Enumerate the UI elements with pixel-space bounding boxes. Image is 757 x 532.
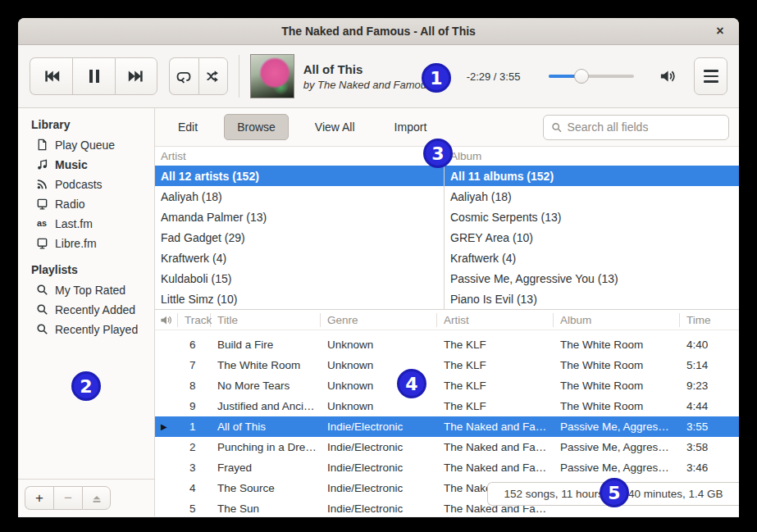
cell-artist: The KLF: [437, 400, 554, 412]
album-row[interactable]: GREY Area (10): [445, 227, 739, 248]
album-row[interactable]: Piano Is Evil (13): [445, 289, 739, 309]
toolbar-button-import[interactable]: Import: [381, 114, 440, 140]
app-body: Library Play Queue Music Podc: [18, 108, 739, 516]
track-row[interactable]: 7 The White Room Unknown The KLF The Whi…: [155, 355, 739, 375]
cell-title: The White Room: [211, 359, 321, 371]
sidebar: Library Play Queue Music Podc: [18, 108, 155, 516]
add-playlist-button[interactable]: +: [25, 486, 53, 510]
column-header-artist[interactable]: Artist: [437, 313, 554, 327]
cell-artist: The Naked and Fa…: [437, 421, 554, 433]
pause-icon: [88, 69, 101, 84]
album-row[interactable]: Kraftwerk (4): [445, 248, 739, 268]
artist-row[interactable]: Kuldaboli (15): [155, 268, 444, 289]
album-row[interactable]: Cosmic Serpents (13): [445, 207, 739, 227]
cell-track: 9: [178, 400, 211, 412]
artist-row[interactable]: Fad Gadget (29): [155, 227, 444, 248]
column-header-album[interactable]: Album: [554, 313, 680, 327]
next-button[interactable]: [115, 57, 157, 95]
toolbar-button-view-all[interactable]: View All: [302, 114, 368, 140]
cell-genre: Unknown: [321, 400, 437, 412]
cell-time: 4:40: [680, 339, 739, 351]
cell-title: Justified and Anci…: [211, 400, 321, 412]
sidebar-item[interactable]: Music: [18, 155, 154, 175]
sidebar-item-label: Recently Added: [55, 303, 135, 316]
sidebar-item[interactable]: Podcasts: [18, 175, 154, 194]
artist-row[interactable]: Amanda Palmer (13): [155, 207, 444, 227]
artist-pane: Artist All 12 artists (152)Aaliyah (18)A…: [155, 147, 445, 309]
cell-genre: Indie/Electronic: [321, 441, 437, 453]
artist-row[interactable]: All 12 artists (152): [155, 166, 444, 186]
column-header-track[interactable]: Track: [178, 313, 211, 327]
track-row[interactable]: ▶ 1 All of This Indie/Electronic The Nak…: [155, 416, 739, 437]
sidebar-item[interactable]: Libre.fm: [18, 234, 154, 253]
cell-track: 7: [178, 359, 211, 371]
sidebar-item-label: Music: [55, 158, 88, 171]
search-input[interactable]: [568, 120, 721, 134]
album-row[interactable]: All 11 albums (152): [445, 166, 739, 186]
artist-row[interactable]: Little Simz (10): [155, 289, 444, 309]
annotation-marker-1: 1: [422, 63, 451, 93]
album-row[interactable]: Aaliyah (18): [445, 186, 739, 207]
sidebar-item[interactable]: Radio: [18, 194, 154, 214]
speaker-icon[interactable]: [659, 68, 676, 84]
sidebar-item[interactable]: as Last.fm: [18, 214, 154, 234]
track-row[interactable]: 8 No More Tears Unknown The KLF The Whit…: [155, 375, 739, 396]
shuffle-button[interactable]: [198, 57, 228, 95]
eject-button[interactable]: [82, 486, 111, 510]
sidebar-header-library: Library: [18, 108, 154, 135]
cell-time: 3:46: [680, 462, 739, 474]
cell-title: No More Tears: [211, 380, 321, 392]
playing-column-header[interactable]: [155, 313, 178, 327]
album-pane: Album All 11 albums (152)Aaliyah (18)Cos…: [445, 147, 739, 309]
artist-row[interactable]: Aaliyah (18): [155, 186, 444, 207]
cell-genre: Unknown: [321, 339, 437, 351]
album-list: All 11 albums (152)Aaliyah (18)Cosmic Se…: [445, 166, 739, 309]
cell-album: The White Room: [554, 359, 680, 371]
rss-icon: [36, 178, 49, 191]
album-column-header[interactable]: Album: [445, 147, 739, 166]
previous-button[interactable]: [30, 57, 72, 95]
cell-track: 4: [178, 482, 211, 494]
toolbar-button-browse[interactable]: Browse: [224, 114, 289, 140]
search-box[interactable]: [543, 115, 729, 140]
volume-slider[interactable]: [549, 69, 634, 84]
sidebar-item-label: Recently Played: [55, 323, 138, 336]
column-header-time[interactable]: Time: [680, 313, 739, 327]
artist-row[interactable]: Kraftwerk (4): [155, 248, 444, 268]
sidebar-item[interactable]: Recently Played: [18, 320, 154, 339]
sidebar-header-playlists: Playlists: [18, 253, 154, 280]
annotation-marker-3: 3: [423, 139, 453, 168]
cell-genre: Unknown: [321, 359, 437, 371]
cell-track: 1: [178, 421, 211, 433]
cell-album: Passive Me, Aggres…: [554, 462, 680, 474]
track-row[interactable]: 6 Build a Fire Unknown The KLF The White…: [155, 334, 739, 355]
titlebar[interactable]: The Naked and Famous - All of This ×: [18, 18, 739, 45]
sidebar-item-label: Libre.fm: [55, 237, 97, 250]
repeat-button[interactable]: [169, 57, 198, 95]
volume-handle[interactable]: [574, 69, 589, 84]
sidebar-item[interactable]: Recently Added: [18, 300, 154, 320]
library-browser: Artist All 12 artists (152)Aaliyah (18)A…: [155, 147, 739, 310]
sidebar-item[interactable]: Play Queue: [18, 135, 154, 155]
library-toolbar-buttons: EditBrowseView AllImport: [165, 114, 453, 140]
track-row[interactable]: 3 Frayed Indie/Electronic The Naked and …: [155, 457, 739, 478]
column-header-title[interactable]: Title: [211, 313, 321, 327]
sidebar-item-label: Play Queue: [55, 139, 115, 152]
track-row[interactable]: 2 Punching in a Dre… Indie/Electronic Th…: [155, 437, 739, 457]
sidebar-playlists-list: My Top Rated Recently Added Recently Pla…: [18, 280, 154, 339]
sidebar-item-label: Last.fm: [55, 217, 93, 230]
pause-button[interactable]: [72, 57, 115, 95]
close-icon[interactable]: ×: [709, 18, 731, 44]
sidebar-item[interactable]: My Top Rated: [18, 280, 154, 300]
column-header-genre[interactable]: Genre: [321, 313, 437, 327]
sidebar-library-list: Play Queue Music Podcasts Radio: [18, 135, 154, 253]
track-row[interactable]: 9 Justified and Anci… Unknown The KLF Th…: [155, 396, 739, 416]
annotation-marker-4: 4: [397, 369, 426, 398]
cell-genre: Indie/Electronic: [321, 462, 437, 474]
album-row[interactable]: Passive Me, Aggressive You (13): [445, 268, 739, 289]
artist-column-header[interactable]: Artist: [155, 147, 444, 166]
cell-artist: The KLF: [437, 339, 554, 351]
toolbar-button-edit[interactable]: Edit: [165, 114, 211, 140]
remove-playlist-button[interactable]: −: [53, 486, 82, 510]
hamburger-menu-button[interactable]: [694, 57, 727, 95]
